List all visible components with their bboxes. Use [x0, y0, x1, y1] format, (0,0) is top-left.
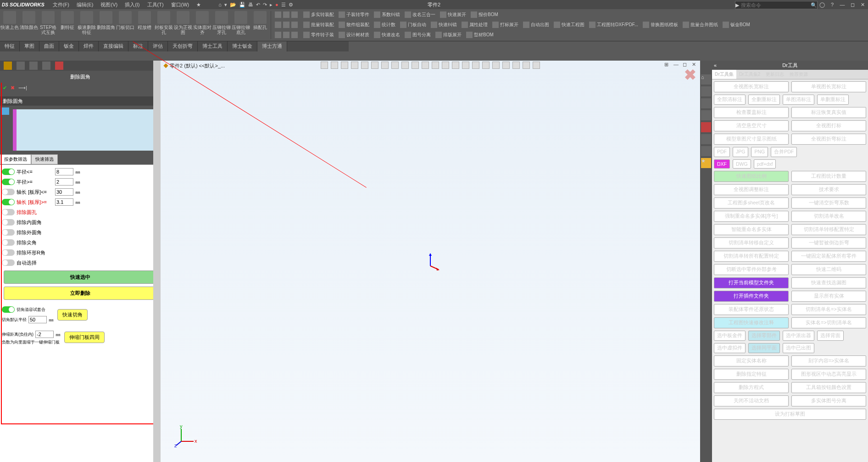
rpbtn-22-1[interactable]: 图形视区中动态高亮显示: [791, 369, 866, 380]
rpbtn-6-0[interactable]: DXF: [714, 159, 730, 169]
toggle-2[interactable]: [2, 189, 15, 195]
rpbtn-21-0[interactable]: 固定实体名称: [714, 355, 789, 366]
rpbtn-19-2[interactable]: 选中派出器: [783, 331, 814, 341]
cmdtab-10[interactable]: 博士钣金: [228, 41, 257, 51]
rpbtn-4-0[interactable]: 模型章图尺寸显示图纸: [714, 134, 789, 145]
rg-1-12[interactable]: 批量合并图纸: [683, 22, 718, 28]
view-tool-20[interactable]: [523, 62, 530, 69]
view-tool-7[interactable]: [391, 62, 399, 69]
new-icon[interactable]: ▾: [224, 2, 227, 8]
rpbtn-20-0[interactable]: 选中虚拟件: [714, 343, 746, 353]
rpbtn-20-1[interactable]: 选择同平面: [748, 343, 780, 353]
view-tool-2[interactable]: [341, 62, 348, 69]
display-icon[interactable]: [29, 62, 38, 70]
cmdtab-11[interactable]: 博士方通: [257, 41, 287, 51]
home-icon[interactable]: ⌂: [218, 2, 222, 7]
view-tool-12[interactable]: [442, 62, 449, 69]
chk-1[interactable]: [2, 229, 15, 236]
filter-tab-quick[interactable]: 快速筛选: [31, 154, 58, 164]
cmdtab-5[interactable]: 直接编辑: [99, 41, 128, 51]
rpbtn-1-3[interactable]: 单删重标注: [817, 95, 849, 105]
rpbtn-5-2[interactable]: PNG: [751, 147, 768, 157]
rptab-2[interactable]: 更新日志: [763, 70, 787, 79]
ribbon-1[interactable]: 清除颜色: [19, 9, 39, 41]
vp-split-icon[interactable]: ⊞: [664, 62, 672, 69]
rpbtn-16-1[interactable]: 显示所有实体: [791, 291, 866, 302]
rpbtn-13-0[interactable]: 切割清单转所有配置特定: [714, 251, 789, 262]
rsmall-1-2[interactable]: [291, 22, 298, 28]
view-tool-3[interactable]: [351, 62, 358, 69]
rpbtn-19-0[interactable]: 选中板金件: [714, 331, 746, 341]
rs-lib-icon[interactable]: [701, 86, 711, 96]
rpbtn-0-1[interactable]: 单视图长宽标注: [791, 81, 866, 92]
cmdtab-2[interactable]: 曲面: [39, 41, 59, 51]
menu-star[interactable]: ★: [194, 1, 204, 9]
rs-star-icon[interactable]: ★: [701, 158, 711, 168]
view-tool-15[interactable]: [472, 62, 479, 69]
rpbtn-10-1[interactable]: 切割清单改名: [791, 211, 866, 222]
breadcrumb[interactable]: 零件2 (默认) <<默认>_...: [170, 63, 225, 68]
ribbon-12[interactable]: 压铆拉铆底孔: [231, 9, 250, 41]
cmdtab-6[interactable]: 标注: [128, 41, 148, 51]
view-tool-18[interactable]: [502, 62, 510, 69]
rg-1-10[interactable]: 工程图转DXF/PDF...: [589, 22, 638, 28]
menu-view[interactable]: 视图(V): [98, 0, 120, 9]
feature-tree-icon[interactable]: [4, 62, 12, 70]
rg-1-7[interactable]: 打标展开: [492, 22, 518, 28]
pm-cancel-icon[interactable]: ✖: [11, 85, 15, 91]
menu-file[interactable]: 文件(F): [50, 0, 72, 9]
rpbtn-18-0[interactable]: 工程图快速修改注释: [714, 317, 789, 328]
menu-edit[interactable]: 编辑(E): [74, 0, 96, 9]
user-icon[interactable]: ◯: [818, 1, 826, 8]
selection-box[interactable]: [13, 109, 157, 151]
redo-icon[interactable]: ↷: [263, 2, 267, 8]
view-tool-8[interactable]: [401, 62, 409, 69]
rsmall-2-2[interactable]: [291, 32, 298, 38]
cmdtab-4[interactable]: 焊件: [79, 41, 99, 51]
ribbon-4[interactable]: 极速删除特征: [77, 9, 96, 41]
rsmall-2-1[interactable]: [283, 32, 289, 38]
chk-4[interactable]: [2, 259, 15, 266]
finput-1[interactable]: [55, 178, 73, 186]
view-tool-6[interactable]: [381, 62, 389, 69]
rpbtn-3-1[interactable]: 全视图打标: [791, 120, 866, 131]
rptab-0[interactable]: Dr工具集: [712, 70, 736, 79]
rpbtn-0-0[interactable]: 全视图长宽标注: [714, 81, 789, 92]
rpbtn-11-0[interactable]: 智能重命名多实体: [714, 224, 789, 235]
view-tool-5[interactable]: [371, 62, 378, 69]
rg-0-0[interactable]: 多实转装配: [303, 11, 334, 18]
vp-min-icon[interactable]: —: [673, 62, 681, 69]
rg-0-1[interactable]: 子装转零件: [339, 11, 369, 18]
toggle-0[interactable]: [2, 169, 15, 175]
search-go-icon[interactable]: 🔍: [811, 2, 817, 8]
rs-fav-icon[interactable]: [701, 146, 711, 156]
select-icon[interactable]: ▸: [270, 2, 273, 8]
rpbtn-7-0[interactable]: 快速图纸比例: [714, 171, 789, 182]
rpbtn-4-1[interactable]: 全视图折弯标注: [791, 134, 866, 145]
ribbon-3[interactable]: 删特征: [58, 9, 77, 41]
rpbtn-6-1[interactable]: DWG: [733, 159, 751, 169]
rg-2-6[interactable]: 排版展开: [435, 32, 462, 38]
rpbtn-24-0[interactable]: 关闭不活动文档: [714, 395, 789, 406]
view-tool-0[interactable]: [321, 62, 328, 69]
filter-tab-param[interactable]: 按参数筛选: [0, 154, 31, 164]
rsmall-0-1[interactable]: [283, 11, 289, 18]
ribbon-2[interactable]: STEP格式互换: [39, 9, 58, 41]
rpbtn-23-0[interactable]: 删除方程式: [714, 382, 789, 393]
cmdtab-3[interactable]: 钣金: [59, 41, 79, 51]
ribbon-13[interactable]: 插配孔: [250, 9, 270, 41]
rg-2-9[interactable]: 型材BOM: [466, 32, 494, 38]
rs-file-icon[interactable]: [701, 98, 711, 108]
view-tool-9[interactable]: [412, 62, 419, 69]
rs-appear-icon[interactable]: [701, 122, 711, 132]
rpbtn-5-0[interactable]: PDF: [714, 147, 730, 157]
cmdtab-8[interactable]: 天创折弯: [168, 41, 198, 51]
view-tool-14[interactable]: [462, 62, 469, 69]
rptab-3[interactable]: 推荐资源: [787, 70, 811, 79]
rpbtn-6-2[interactable]: pdf+dxf: [754, 159, 776, 169]
rpbtn-14-0[interactable]: 切断选中零件外部参考: [714, 264, 789, 275]
view-tool-1[interactable]: [331, 62, 338, 69]
rpbtn-1-1[interactable]: 全删重标注: [748, 95, 780, 105]
toggle-fillet-fit[interactable]: [2, 306, 15, 313]
view-triad[interactable]: y x z: [174, 425, 197, 448]
